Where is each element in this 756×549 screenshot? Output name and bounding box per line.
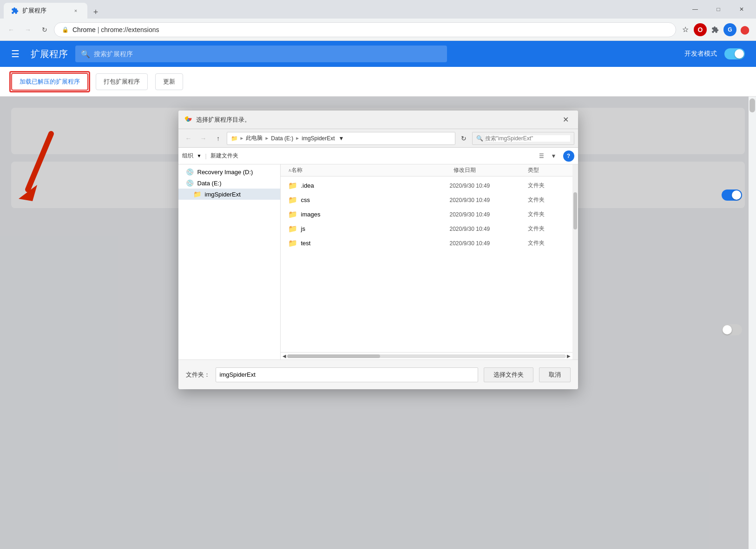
folder-icon-images: 📁: [288, 210, 297, 219]
file-row[interactable]: 📁 .idea 2020/9/30 10:49 文件夹: [281, 178, 572, 193]
address-input[interactable]: 🔒 Chrome | chrome://extensions: [54, 22, 676, 37]
dialog-title-bar: 选择扩展程序目录。 ✕: [178, 111, 578, 129]
dialog-back-btn[interactable]: ←: [182, 132, 195, 145]
file-date-test: 2020/9/30 10:49: [450, 240, 524, 247]
forward-btn[interactable]: →: [20, 22, 35, 37]
file-date-images: 2020/9/30 10:49: [450, 211, 524, 218]
breadcrumb-arrow-3: ►: [295, 136, 300, 141]
opera-icon[interactable]: O: [694, 23, 707, 36]
col-header-date[interactable]: 修改日期: [454, 166, 528, 174]
folder-name-input[interactable]: [216, 367, 478, 382]
close-btn[interactable]: ✕: [731, 2, 752, 17]
drive-icon-data: 💿: [186, 179, 194, 187]
hscroll-thumb[interactable]: [287, 354, 380, 358]
minimize-btn[interactable]: —: [684, 2, 706, 17]
search-input[interactable]: [94, 50, 441, 58]
vscroll-thumb[interactable]: [573, 192, 577, 229]
tree-item-imgspider[interactable]: 📁 imgSpiderExt: [178, 189, 280, 200]
search-box[interactable]: 🔍: [75, 46, 447, 62]
window-controls: — □ ✕: [684, 2, 752, 17]
col-header-type[interactable]: 类型: [528, 166, 565, 174]
load-extension-btn[interactable]: 加载已解压的扩展程序: [11, 73, 88, 91]
back-btn[interactable]: ←: [4, 22, 19, 37]
dialog-up-btn[interactable]: ↑: [212, 132, 225, 145]
folder-icon-imgspider: 📁: [193, 190, 201, 198]
folder-icon-idea: 📁: [288, 181, 297, 190]
tree-item-recovery[interactable]: 💿 Recovery Image (D:): [178, 166, 280, 177]
view-dropdown-icon[interactable]: ▼: [548, 150, 559, 162]
puzzle-icon: [11, 7, 19, 14]
hscroll-right-btn[interactable]: ▶: [567, 353, 571, 359]
dialog-search[interactable]: 🔍: [472, 132, 574, 145]
bookmark-icon[interactable]: ☆: [678, 22, 693, 37]
col-header-name[interactable]: 名称: [291, 166, 454, 174]
user-avatar[interactable]: G: [723, 23, 736, 36]
extension-header: ☰ 扩展程序 🔍 开发者模式: [0, 41, 756, 67]
hamburger-menu[interactable]: ☰: [11, 48, 20, 59]
dialog-search-input[interactable]: [485, 135, 570, 142]
tab-close-btn[interactable]: ×: [72, 7, 80, 15]
address-bar-row: ← → ↻ 🔒 Chrome | chrome://extensions ☆ O…: [0, 19, 756, 41]
dialog-forward-btn[interactable]: →: [197, 132, 210, 145]
dialog-vscrollbar[interactable]: [572, 164, 578, 359]
dialog-hscrollbar[interactable]: ◀ ▶: [281, 352, 572, 359]
pack-extension-btn[interactable]: 打包扩展程序: [96, 73, 148, 90]
extensions-icon[interactable]: [708, 22, 723, 37]
file-row[interactable]: 📁 images 2020/9/30 10:49 文件夹: [281, 207, 572, 222]
main-content: 选择扩展程序目录。 ✕ ← → ↑ 📁 ► 此电脑 ► Data (E:) ►: [0, 97, 756, 549]
ext-toggle-on[interactable]: [722, 190, 742, 201]
update-btn[interactable]: 更新: [155, 73, 183, 90]
dev-mode-toggle[interactable]: [724, 48, 745, 59]
toolbar-row: 加载已解压的扩展程序 打包扩展程序 更新: [0, 67, 756, 97]
breadcrumb-part-1: 此电脑: [246, 134, 263, 142]
hscroll-left-btn[interactable]: ◀: [283, 353, 286, 359]
maximize-btn[interactable]: □: [708, 2, 729, 17]
footer-label: 文件夹：: [186, 371, 210, 379]
file-row[interactable]: 📁 test 2020/9/30 10:49 文件夹: [281, 236, 572, 250]
chrome-icon: [184, 116, 192, 124]
page-vscrollbar[interactable]: [749, 97, 756, 549]
dialog-close-btn[interactable]: ✕: [559, 113, 572, 126]
breadcrumb-part-3: imgSpiderExt: [302, 135, 335, 142]
arrow-annotation: [14, 129, 70, 205]
ext-toggle-off[interactable]: [722, 324, 742, 335]
address-protocol: Chrome | chrome://extensions: [72, 26, 159, 33]
view-icons: ☰ ▼: [536, 150, 559, 162]
hscroll-track[interactable]: [287, 354, 566, 358]
file-name-images: images: [301, 211, 446, 218]
svg-line-0: [28, 134, 51, 190]
dialog-footer: 文件夹： 选择文件夹 取消: [178, 359, 578, 389]
file-name-js: js: [301, 225, 446, 232]
file-date-js: 2020/9/30 10:49: [450, 226, 524, 232]
dialog-search-icon: 🔍: [476, 135, 483, 142]
new-tab-btn[interactable]: +: [89, 6, 102, 19]
tree-item-data[interactable]: 💿 Data (E:): [178, 177, 280, 189]
reload-btn[interactable]: ↻: [37, 22, 52, 37]
dialog-right-panel: ∧ 名称 修改日期 类型 📁 .idea 2020/9/30 10:49: [281, 164, 572, 359]
file-type-idea: 文件夹: [528, 182, 565, 190]
drive-icon-recovery: 💿: [186, 168, 194, 176]
file-row[interactable]: 📁 js 2020/9/30 10:49 文件夹: [281, 222, 572, 236]
file-list: 📁 .idea 2020/9/30 10:49 文件夹 📁 css 2020/9…: [281, 176, 572, 352]
title-bar: 扩展程序 × + — □ ✕: [0, 0, 756, 19]
active-tab[interactable]: 扩展程序 ×: [4, 3, 87, 19]
chrome-menu-icon[interactable]: ⬤: [737, 22, 752, 37]
page-vscroll-thumb[interactable]: [749, 98, 755, 112]
help-btn[interactable]: ?: [563, 150, 574, 162]
folder-icon-test: 📁: [288, 239, 297, 248]
refresh-btn[interactable]: ↻: [457, 132, 470, 145]
file-row[interactable]: 📁 css 2020/9/30 10:49 文件夹: [281, 193, 572, 207]
toolbar-dropdown[interactable]: ▼: [197, 153, 202, 158]
breadcrumb-dropdown[interactable]: ▼: [339, 135, 344, 142]
view-list-icon[interactable]: ☰: [536, 150, 547, 162]
browser-window: 扩展程序 × + — □ ✕ ← → ↻ 🔒 Chrome | chrome:/…: [0, 0, 756, 549]
dialog-nav: ← → ↑ 📁 ► 此电脑 ► Data (E:) ► imgSpiderExt…: [178, 129, 578, 148]
tab-title: 扩展程序: [22, 7, 46, 15]
cancel-btn[interactable]: 取消: [539, 367, 571, 382]
organize-link[interactable]: 组织: [182, 152, 193, 160]
breadcrumb[interactable]: 📁 ► 此电脑 ► Data (E:) ► imgSpiderExt ▼: [227, 132, 455, 145]
select-folder-btn[interactable]: 选择文件夹: [484, 367, 533, 382]
file-date-idea: 2020/9/30 10:49: [450, 183, 524, 189]
folder-icon-js: 📁: [288, 224, 297, 233]
new-folder-link[interactable]: 新建文件夹: [210, 152, 238, 160]
